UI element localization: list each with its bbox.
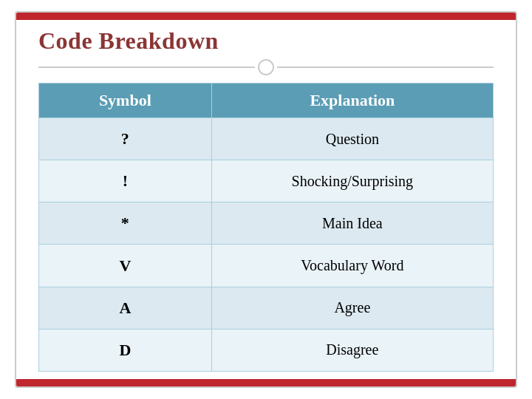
table-row: ?Question [39,118,494,160]
divider-circle [258,59,274,75]
divider-line-left [38,66,255,68]
table-cell-symbol: A [39,287,212,329]
table-section: Symbol Explanation ?Question!Shocking/Su… [16,75,516,386]
title-section: Code Breakdown [16,13,516,75]
code-breakdown-table: Symbol Explanation ?Question!Shocking/Su… [38,83,494,372]
table-row: !Shocking/Surprising [39,160,494,202]
table-cell-explanation: Agree [211,287,493,329]
table-cell-explanation: Main Idea [211,202,493,245]
header-symbol: Symbol [39,83,212,118]
table-row: DDisagree [39,329,494,371]
divider-line-right [277,66,494,68]
table-cell-explanation: Disagree [211,329,493,371]
table-cell-explanation: Question [211,118,493,160]
red-bar-top [16,13,516,20]
slide-container: Code Breakdown Symbol Explanation ?Quest… [15,11,517,388]
table-cell-symbol: D [39,329,212,371]
red-bar-bottom [16,379,516,386]
table-row: VVocabulary Word [39,245,494,287]
table-header-row: Symbol Explanation [39,83,494,118]
table-cell-explanation: Vocabulary Word [211,245,493,287]
title-divider [38,59,494,75]
table-row: AAgree [39,287,494,329]
header-explanation: Explanation [211,83,493,118]
table-cell-symbol: * [39,202,212,245]
table-cell-symbol: ? [39,118,212,160]
table-cell-explanation: Shocking/Surprising [211,160,493,202]
slide-title: Code Breakdown [38,27,219,54]
table-cell-symbol: ! [39,160,212,202]
table-row: *Main Idea [39,202,494,245]
table-cell-symbol: V [39,245,212,287]
